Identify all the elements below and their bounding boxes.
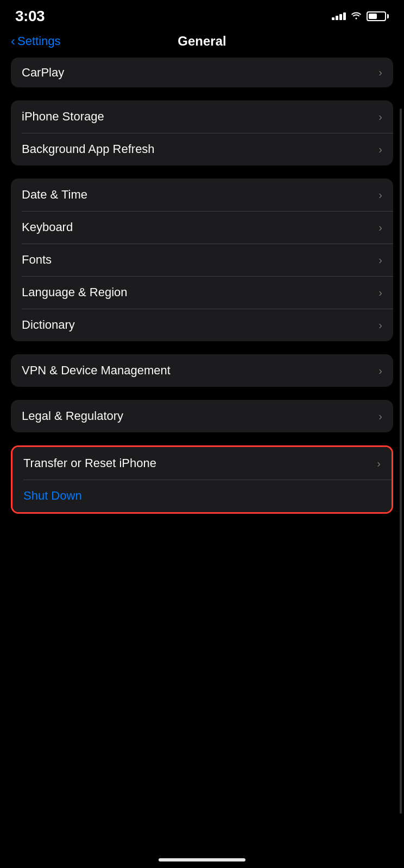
iphone-storage-chevron-icon: › (378, 111, 382, 123)
date-time-row[interactable]: Date & Time › (11, 178, 393, 211)
fonts-chevron-icon: › (378, 254, 382, 266)
carplay-chevron-icon: › (378, 66, 382, 79)
vpn-chevron-icon: › (378, 365, 382, 377)
back-button[interactable]: ‹ Settings (11, 34, 61, 48)
fonts-label: Fonts (22, 253, 52, 267)
date-time-label: Date & Time (22, 188, 87, 202)
fonts-row[interactable]: Fonts › (11, 244, 393, 276)
vpn-group: VPN & Device Management › (11, 354, 393, 387)
vpn-row[interactable]: VPN & Device Management › (11, 354, 393, 387)
background-app-refresh-chevron-icon: › (378, 143, 382, 156)
keyboard-label: Keyboard (22, 220, 73, 234)
iphone-storage-row[interactable]: iPhone Storage › (11, 100, 393, 133)
keyboard-chevron-icon: › (378, 221, 382, 234)
language-region-label: Language & Region (22, 285, 128, 299)
back-chevron-icon: ‹ (11, 35, 15, 48)
language-region-row[interactable]: Language & Region › (11, 276, 393, 309)
back-label: Settings (17, 34, 61, 48)
shutdown-label: Shut Down (23, 489, 82, 503)
settings-content: CarPlay › iPhone Storage › Background Ap… (0, 58, 404, 514)
language-region-chevron-icon: › (378, 286, 382, 299)
status-time: 3:03 (15, 8, 45, 25)
page-title: General (178, 34, 226, 49)
nav-bar: ‹ Settings General (0, 29, 404, 58)
date-time-chevron-icon: › (378, 189, 382, 201)
date-keyboard-group: Date & Time › Keyboard › Fonts › Languag… (11, 178, 393, 341)
keyboard-row[interactable]: Keyboard › (11, 211, 393, 244)
legal-chevron-icon: › (378, 410, 382, 423)
transfer-reset-shutdown-group: Transfer or Reset iPhone › Shut Down (12, 447, 392, 512)
carplay-label: CarPlay (22, 66, 64, 80)
dictionary-label: Dictionary (22, 318, 75, 332)
carplay-group: CarPlay › (11, 58, 393, 87)
transfer-reset-row[interactable]: Transfer or Reset iPhone › (12, 447, 392, 480)
status-icons (332, 11, 389, 22)
carplay-row[interactable]: CarPlay › (11, 58, 393, 87)
dictionary-chevron-icon: › (378, 319, 382, 331)
dictionary-row[interactable]: Dictionary › (11, 309, 393, 341)
vpn-label: VPN & Device Management (22, 363, 171, 378)
status-bar: 3:03 (0, 0, 404, 29)
signal-strength-icon (332, 12, 346, 20)
background-app-refresh-row[interactable]: Background App Refresh › (11, 133, 393, 165)
transfer-reset-label: Transfer or Reset iPhone (23, 456, 156, 470)
legal-row[interactable]: Legal & Regulatory › (11, 400, 393, 432)
home-indicator (159, 858, 245, 861)
battery-icon (367, 11, 389, 21)
storage-refresh-group: iPhone Storage › Background App Refresh … (11, 100, 393, 165)
wifi-icon (350, 11, 362, 22)
background-app-refresh-label: Background App Refresh (22, 142, 155, 156)
transfer-reset-chevron-icon: › (377, 457, 381, 470)
legal-label: Legal & Regulatory (22, 409, 123, 423)
iphone-storage-label: iPhone Storage (22, 110, 104, 124)
shutdown-row[interactable]: Shut Down (12, 480, 392, 512)
transfer-reset-highlight-border: Transfer or Reset iPhone › Shut Down (11, 445, 393, 514)
legal-group: Legal & Regulatory › (11, 400, 393, 432)
scrollbar[interactable] (400, 108, 402, 814)
